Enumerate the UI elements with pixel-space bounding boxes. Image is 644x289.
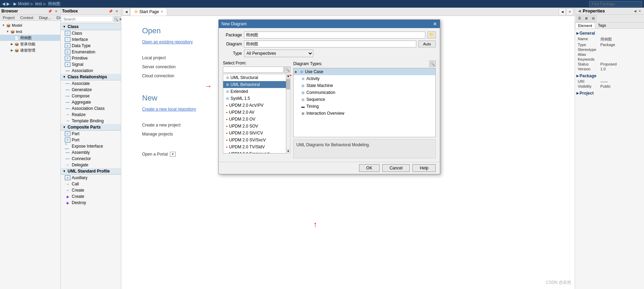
toolbox-section-uml-standard[interactable]: ▼ UML Standard Profile (61, 168, 121, 175)
tab-nav-left[interactable]: ◀ (123, 8, 130, 15)
toolbox-item-class[interactable]: C Class (61, 30, 121, 36)
diagram-type-interaction-overview[interactable]: ⊞ Interaction Overview (294, 110, 435, 117)
properties-expand-icon[interactable]: ◀ (633, 9, 637, 13)
properties-grid-icon[interactable]: ⊞ (583, 15, 590, 21)
tree-item-test[interactable]: ▼ 📦 test (0, 28, 60, 35)
toolbox-item-aggregate[interactable]: — Aggregate (61, 99, 121, 105)
diagram-types-search-button[interactable]: 🔍 (429, 61, 436, 67)
local-project-link[interactable]: Local project (142, 55, 196, 60)
toolbox-item-association-class[interactable]: — Association Class (61, 105, 121, 112)
toolbox-item-associate[interactable]: — Associate (61, 80, 121, 87)
properties-general-header[interactable]: ▶ General (576, 30, 643, 36)
toolbox-item-template-binding[interactable]: ╌ Template Binding (61, 118, 121, 124)
toolbox-item-delegate[interactable]: → Delegate (61, 162, 121, 168)
properties-list-icon[interactable]: ☰ (576, 15, 583, 21)
diagram-type-use-case[interactable]: ▶ ⚙ Use Case (294, 68, 435, 75)
toolbox-item-assembly[interactable]: — Assembly (61, 149, 121, 156)
properties-expand-all-icon[interactable]: ⊟ (590, 15, 597, 21)
toolbox-item-compose[interactable]: — Compose (61, 93, 121, 99)
select-item-updm-sov[interactable]: ● UPDM 2.0 SOV (223, 123, 286, 130)
select-item-updm-sv[interactable]: ● UPDM 2.0 SV/SvcV (223, 137, 286, 143)
browser-close-icon[interactable]: ✕ (53, 8, 59, 14)
tree-item-leave[interactable]: ▶ 📦 请假管理 (0, 47, 60, 53)
find-package-input[interactable] (589, 1, 642, 7)
toolbox-item-signal[interactable]: S Signal (61, 61, 121, 68)
toolbox-item-association-plain[interactable]: — Association (61, 68, 121, 74)
browser-tab-project[interactable]: Project (0, 15, 17, 20)
server-connection-link[interactable]: Server connection (142, 64, 196, 69)
open-existing-repo-link[interactable]: Open an existing repository (142, 40, 196, 44)
dialog-auto-button[interactable]: Auto (418, 41, 436, 47)
toolbox-item-part[interactable]: P Part (61, 131, 121, 137)
scrollbar-thumb[interactable] (286, 79, 290, 89)
nav-forward-icon[interactable]: ▶ (7, 1, 10, 6)
properties-package-header[interactable]: ▶ Package (576, 73, 643, 79)
browser-tab-diagr[interactable]: Diagr... (36, 15, 54, 20)
tree-arrow-model[interactable]: ▼ (1, 24, 6, 27)
start-page-tab-close[interactable]: ✕ (160, 10, 163, 14)
toolbox-item-interface[interactable]: I Interface (61, 36, 121, 43)
tree-arrow-login[interactable]: ▶ (10, 42, 14, 46)
tree-arrow-test[interactable]: ▼ (6, 30, 10, 33)
toolbox-item-destroy[interactable]: ◆ Destroy (61, 200, 121, 206)
dialog-diagram-input[interactable] (244, 41, 416, 47)
select-item-extended[interactable]: ⚙ Extended (223, 88, 286, 95)
select-item-updm-ov[interactable]: ● UPDM 2.0 OV (223, 116, 286, 123)
toolbox-item-call[interactable]: → Call (61, 181, 121, 187)
browser-pin-icon[interactable]: 📌 (47, 8, 53, 14)
toolbox-item-expose-interface[interactable]: ○— Expose Interface (61, 143, 121, 149)
select-item-uml-behavioral[interactable]: ⚙ UML Behavioral (223, 81, 286, 88)
breadcrumb-usecase[interactable]: 用例图 (48, 1, 60, 7)
toolbox-search-button[interactable]: 🔍 (114, 16, 119, 22)
start-page-tab[interactable]: ⚙ Start Page ✕ (130, 8, 167, 16)
manage-projects-link[interactable]: Manage projects (142, 132, 196, 137)
select-item-updm-acv[interactable]: ● UPDM 2.0 AcV/PV (223, 102, 286, 109)
select-item-updm-tv[interactable]: ● UPDM 2.0 TV/StdV (223, 143, 286, 150)
tab-collapse-btn[interactable]: ✕ (566, 8, 573, 15)
toolbox-section-relationships[interactable]: ▼ Class Relationships (61, 74, 121, 80)
breadcrumb-model[interactable]: ▶ Model (14, 1, 29, 6)
open-portal-dropdown-icon[interactable]: ▼ (170, 152, 176, 157)
dialog-cancel-button[interactable]: Cancel (382, 164, 410, 172)
select-from-search-button[interactable]: 🔍 (284, 67, 290, 73)
toolbox-section-class[interactable]: ▼ Class (61, 24, 121, 30)
dialog-package-browse-button[interactable]: 📁 (427, 32, 436, 38)
select-from-search-input[interactable] (223, 67, 284, 73)
select-item-updm-fw[interactable]: ● UPDM 2.0 Framework (223, 150, 286, 154)
toolbox-search-input[interactable] (62, 16, 113, 22)
select-item-sysml[interactable]: ⚙ SysML 1.5 (223, 95, 286, 102)
diagram-type-timing[interactable]: ▬ Timing (294, 103, 435, 110)
diagram-type-sequence[interactable]: ⊞ Sequence (294, 96, 435, 103)
diagram-type-state-machine[interactable]: ⊞ State Machine (294, 82, 435, 89)
properties-tab-tags[interactable]: Tags (595, 23, 609, 28)
dialog-close-button[interactable]: ✕ (433, 21, 437, 27)
toolbox-section-composite[interactable]: ▼ Composite Parts (61, 124, 121, 131)
tab-expand-btn[interactable]: ◀ (559, 8, 566, 15)
toolbox-close-icon[interactable]: ✕ (114, 8, 120, 14)
properties-project-header[interactable]: ▶ Project (576, 90, 643, 96)
new-project-link[interactable]: Create a new project (142, 123, 196, 128)
tree-item-login[interactable]: ▶ 📦 登录功能 (0, 41, 60, 47)
dialog-package-input[interactable] (244, 32, 425, 38)
diagram-type-communication[interactable]: ⊞ Communication (294, 89, 435, 96)
properties-close-icon[interactable]: ✕ (638, 9, 642, 13)
cloud-connection-link[interactable]: Cloud connection (142, 73, 196, 78)
scrollbar-down-button[interactable]: ▼ (286, 149, 290, 153)
browser-tab-context[interactable]: Context (17, 15, 36, 20)
select-item-updm-stv[interactable]: ● UPDM 2.0 StV/CV (223, 130, 286, 137)
dialog-ok-button[interactable]: OK (359, 164, 380, 172)
properties-left-arrow[interactable]: ◀ (577, 9, 582, 14)
select-item-updm-av[interactable]: ● UPDM 2.0 AV (223, 109, 286, 116)
properties-tab-element[interactable]: Element (575, 23, 595, 28)
toolbox-item-datatype[interactable]: D Data Type (61, 43, 121, 49)
tree-item-usecase[interactable]: 📄 用例图 (0, 35, 60, 41)
open-portal-link[interactable]: Open a Portal (142, 152, 168, 157)
scrollbar-up-button[interactable]: ▲ (286, 74, 290, 78)
diagram-type-activity[interactable]: ⚙ Activity (294, 75, 435, 82)
toolbox-item-enumeration[interactable]: E Enumeration (61, 49, 121, 55)
new-local-repo-link[interactable]: Create a new local repository (142, 107, 196, 112)
toolbox-pin-icon[interactable]: 📌 (108, 8, 113, 14)
toolbox-item-primitive[interactable]: P Primitive (61, 55, 121, 61)
select-item-uml-structural[interactable]: ⚙ UML Structural (223, 74, 286, 81)
breadcrumb-test[interactable]: test (35, 1, 42, 6)
